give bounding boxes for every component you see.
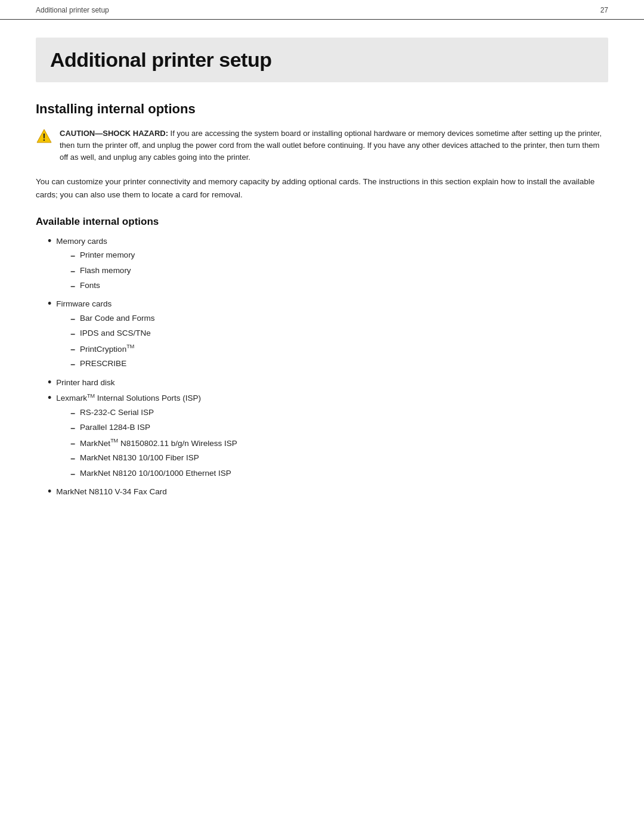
chapter-title: Additional printer setup <box>50 48 594 72</box>
content-area: Additional printer setup Installing inte… <box>0 20 644 537</box>
list-item-text: Firmware cards <box>56 299 112 308</box>
dash-icon: – <box>70 265 75 278</box>
sub-item-text: Fonts <box>80 279 100 292</box>
dash-icon: – <box>70 312 75 326</box>
sub-item-text: Bar Code and Forms <box>80 312 154 325</box>
body-paragraph: You can customize your printer connectiv… <box>36 175 608 201</box>
dash-icon: – <box>70 437 75 450</box>
dash-icon: – <box>70 280 75 293</box>
dash-icon: – <box>70 358 75 371</box>
bullet-dot-icon: • <box>48 485 51 498</box>
sub-item-text: PRESCRIBE <box>80 357 126 370</box>
sub-list: – Printer memory – Flash memory – Fonts <box>70 249 135 293</box>
list-item-l2: – Printer memory <box>70 249 135 262</box>
sub-item-text: MarkNet N8130 10/100 Fiber ISP <box>80 451 199 465</box>
sub-item-text: MarkNet N8120 10/100/1000 Ethernet ISP <box>80 467 231 480</box>
sub-item-text: PrintCryptionTM <box>80 342 134 355</box>
list-item-l2: – PRESCRIBE <box>70 357 154 371</box>
dash-icon: – <box>70 407 75 420</box>
list-item-text: MarkNet N8110 V-34 Fax Card <box>56 485 166 498</box>
sub-item-text: RS-232-C Serial ISP <box>80 406 154 419</box>
header-bar: Additional printer setup 27 <box>0 0 644 20</box>
sub-item-text: Flash memory <box>80 264 131 277</box>
list-item-l2: – MarkNet N8120 10/100/1000 Ethernet ISP <box>70 467 237 481</box>
list-item-l2: – Flash memory <box>70 264 135 278</box>
list-item: • LexmarkTM Internal Solutions Ports (IS… <box>48 392 608 483</box>
available-options-list: • Memory cards – Printer memory – Flash … <box>48 235 608 499</box>
sub-item-text: IPDS and SCS/TNe <box>80 327 151 340</box>
sub-item-text: Printer memory <box>80 249 135 262</box>
header-section-title: Additional printer setup <box>36 6 109 14</box>
subsection-available-title: Available internal options <box>36 216 608 228</box>
sub-list: – RS-232-C Serial ISP – Parallel 1284-B … <box>70 406 237 481</box>
dash-icon: – <box>70 422 75 435</box>
dash-icon: – <box>70 452 75 465</box>
page-container: Additional printer setup 27 Additional p… <box>0 0 644 833</box>
chapter-title-box: Additional printer setup <box>36 38 608 82</box>
list-item-l2: – Parallel 1284-B ISP <box>70 421 237 435</box>
sub-list: – Bar Code and Forms – IPDS and SCS/TNe … <box>70 312 154 371</box>
bullet-dot-icon: • <box>48 391 51 405</box>
dash-icon: – <box>70 249 75 262</box>
bullet-dot-icon: • <box>48 376 51 389</box>
dash-icon: – <box>70 467 75 481</box>
list-item: • Memory cards – Printer memory – Flash … <box>48 235 608 296</box>
bullet-dot-icon: • <box>48 234 51 248</box>
sub-item-text: MarkNetTM N8150802.11 b/g/n Wireless ISP <box>80 436 237 450</box>
list-item-l2: – RS-232-C Serial ISP <box>70 406 237 420</box>
list-item: • Firmware cards – Bar Code and Forms – … <box>48 298 608 373</box>
svg-text:!: ! <box>42 132 45 143</box>
bullet-dot-icon: • <box>48 297 51 311</box>
caution-icon: ! <box>36 128 52 145</box>
sub-item-text: Parallel 1284-B ISP <box>80 421 150 434</box>
list-item-l2: – MarkNetTM N8150802.11 b/g/n Wireless I… <box>70 436 237 450</box>
dash-icon: – <box>70 343 75 356</box>
list-item-l2: – Bar Code and Forms <box>70 312 154 326</box>
list-item-l2: – MarkNet N8130 10/100 Fiber ISP <box>70 451 237 465</box>
list-item-l2: – IPDS and SCS/TNe <box>70 327 154 340</box>
caution-label: CAUTION—SHOCK HAZARD: <box>60 129 168 138</box>
list-item: • MarkNet N8110 V-34 Fax Card <box>48 485 608 498</box>
caution-text: CAUTION—SHOCK HAZARD: If you are accessi… <box>60 128 608 163</box>
section-installing-title: Installing internal options <box>36 101 608 117</box>
caution-box: ! CAUTION—SHOCK HAZARD: If you are acces… <box>36 128 608 163</box>
list-item-l2: – Fonts <box>70 279 135 293</box>
list-item-text: Printer hard disk <box>56 376 114 389</box>
dash-icon: – <box>70 327 75 340</box>
list-item-text: Memory cards <box>56 237 107 246</box>
header-page-number: 27 <box>600 6 608 14</box>
list-item: • Printer hard disk <box>48 376 608 389</box>
list-item-l2: – PrintCryptionTM <box>70 342 154 356</box>
list-item-text: LexmarkTM Internal Solutions Ports (ISP) <box>56 394 201 402</box>
